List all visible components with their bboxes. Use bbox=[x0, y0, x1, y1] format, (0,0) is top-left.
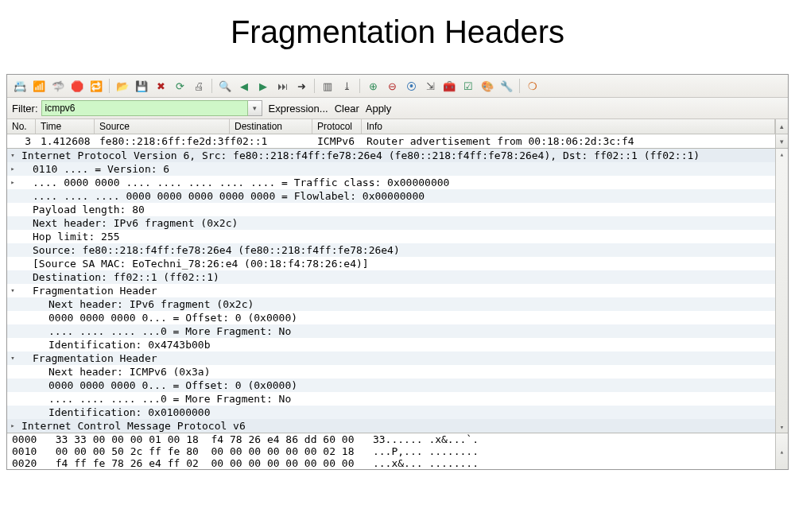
tree-toggle-icon[interactable]: ▾ bbox=[9, 151, 17, 159]
col-header-source[interactable]: Source bbox=[95, 119, 230, 134]
help-icon[interactable]: ❍ bbox=[525, 78, 541, 94]
scroll-up-icon[interactable]: ▴ bbox=[780, 150, 784, 158]
detail-line[interactable]: Hop limit: 255 bbox=[7, 230, 775, 243]
detail-line[interactable]: 0000 0000 0000 0... = Offset: 0 (0x0000) bbox=[7, 311, 775, 324]
detail-line[interactable]: .... .... .... ...0 = More Fragment: No bbox=[7, 324, 775, 338]
filter-expression-button[interactable]: Expression... bbox=[269, 103, 328, 115]
resize-cols-icon[interactable]: ⇲ bbox=[422, 78, 438, 94]
detail-line[interactable]: ▸Internet Control Message Protocol v6 bbox=[7, 419, 775, 433]
detail-text: .... .... .... ...0 = More Fragment: No bbox=[48, 325, 291, 337]
detail-line[interactable]: ▸0110 .... = Version: 6 bbox=[7, 162, 775, 176]
detail-line[interactable]: [Source SA MAC: EoTechni_78:26:e4 (00:18… bbox=[7, 257, 775, 270]
filter-bar: Filter: ▾ Expression... Clear Apply bbox=[7, 98, 788, 119]
packet-row[interactable]: 3 1.412608 fe80::218:6ff:fe2d:3ff02::1 I… bbox=[7, 134, 775, 148]
save-file-icon[interactable]: 💾 bbox=[134, 78, 149, 94]
packet-details-pane: ▾Internet Protocol Version 6, Src: fe80:… bbox=[7, 149, 788, 433]
reload-icon[interactable]: ⟳ bbox=[172, 78, 188, 94]
col-header-destination[interactable]: Destination bbox=[230, 119, 312, 134]
col-header-time[interactable]: Time bbox=[36, 119, 95, 134]
go-back-icon[interactable]: ◀ bbox=[236, 78, 252, 94]
detail-text: [Source SA MAC: EoTechni_78:26:e4 (00:18… bbox=[33, 258, 369, 270]
detail-line[interactable]: ▾Internet Protocol Version 6, Src: fe80:… bbox=[7, 149, 775, 162]
hex-line[interactable]: 0010 00 00 00 50 2c ff fe 80 00 00 00 00… bbox=[7, 445, 775, 457]
toolbar-separator bbox=[211, 79, 212, 93]
detail-text: 0000 0000 0000 0... = Offset: 0 (0x0000) bbox=[48, 379, 297, 391]
packet-bytes-pane: 0000 33 33 00 00 00 01 00 18 f4 78 26 e4… bbox=[7, 433, 788, 469]
detail-text: Source: fe80::218:f4ff:fe78:26e4 (fe80::… bbox=[33, 244, 400, 256]
detail-line[interactable]: ▸.... 0000 0000 .... .... .... .... ....… bbox=[7, 176, 775, 189]
detail-text: .... .... .... ...0 = More Fragment: No bbox=[48, 393, 291, 405]
prefs-icon[interactable]: 🔧 bbox=[498, 78, 514, 94]
go-last-icon[interactable]: ⏭ bbox=[274, 78, 290, 94]
colorize-icon[interactable]: ▥ bbox=[320, 78, 335, 94]
detail-line[interactable]: Source: fe80::218:f4ff:fe78:26e4 (fe80::… bbox=[7, 243, 775, 257]
zoom-in-icon[interactable]: ⊕ bbox=[365, 78, 381, 94]
col-header-info[interactable]: Info bbox=[362, 119, 775, 134]
cell-info: Router advertisement from 00:18:06:2d:3c… bbox=[362, 135, 775, 147]
zoom-out-icon[interactable]: ⊖ bbox=[384, 78, 400, 94]
details-scrollbar[interactable]: ▴ ▾ bbox=[775, 149, 788, 433]
zoom-reset-icon[interactable]: ⦿ bbox=[403, 78, 419, 94]
restart-capture-icon[interactable]: 🔁 bbox=[88, 78, 104, 94]
packet-list-scroll-down[interactable]: ▾ bbox=[775, 134, 788, 148]
hex-line[interactable]: 0020 f4 ff fe 78 26 e4 ff 02 00 00 00 00… bbox=[7, 457, 775, 469]
detail-text: Payload length: 80 bbox=[33, 204, 145, 216]
start-capture-icon[interactable]: 🦈 bbox=[50, 78, 66, 94]
filter-label: Filter: bbox=[12, 103, 38, 115]
display-filters-icon[interactable]: ☑ bbox=[460, 78, 476, 94]
tree-toggle-icon[interactable]: ▸ bbox=[9, 178, 17, 186]
detail-text: Next header: ICMPv6 (0x3a) bbox=[48, 366, 211, 378]
detail-text: Next header: IPv6 fragment (0x2c) bbox=[33, 217, 238, 229]
detail-line[interactable]: Identification: 0x01000000 bbox=[7, 406, 775, 419]
filter-apply-button[interactable]: Apply bbox=[366, 103, 392, 115]
tree-toggle-icon[interactable]: ▾ bbox=[9, 286, 17, 294]
detail-text: Fragmentation Header bbox=[33, 352, 157, 364]
go-to-icon[interactable]: ➜ bbox=[293, 78, 309, 94]
toolbar-separator bbox=[109, 79, 110, 93]
adapter-options-icon[interactable]: 📶 bbox=[31, 78, 47, 94]
filter-clear-button[interactable]: Clear bbox=[335, 103, 359, 115]
adapter-list-icon[interactable]: 📇 bbox=[12, 78, 28, 94]
detail-line[interactable]: .... .... .... ...0 = More Fragment: No bbox=[7, 392, 775, 406]
packet-list-scroll-up[interactable]: ▴ bbox=[775, 119, 788, 134]
cell-destination bbox=[230, 135, 312, 147]
packet-list-body: 3 1.412608 fe80::218:6ff:fe2d:3ff02::1 I… bbox=[7, 134, 788, 149]
close-file-icon[interactable]: ✖ bbox=[153, 78, 169, 94]
col-header-no[interactable]: No. bbox=[7, 119, 36, 134]
detail-line[interactable]: Identification: 0x4743b00b bbox=[7, 338, 775, 351]
col-header-protocol[interactable]: Protocol bbox=[312, 119, 362, 134]
detail-line[interactable]: ▾Fragmentation Header bbox=[7, 284, 775, 297]
print-icon[interactable]: 🖨 bbox=[191, 78, 207, 94]
auto-scroll-icon[interactable]: ⤓ bbox=[339, 78, 355, 94]
open-file-icon[interactable]: 📂 bbox=[114, 78, 130, 94]
filter-input[interactable] bbox=[41, 100, 248, 116]
detail-text: .... 0000 0000 .... .... .... .... .... … bbox=[33, 177, 449, 188]
capture-filters-icon[interactable]: 🧰 bbox=[441, 78, 457, 94]
detail-line[interactable]: Next header: IPv6 fragment (0x2c) bbox=[7, 216, 775, 230]
detail-line[interactable]: Next header: IPv6 fragment (0x2c) bbox=[7, 297, 775, 311]
detail-line[interactable]: Destination: ff02::1 (ff02::1) bbox=[7, 270, 775, 284]
detail-text: Internet Control Message Protocol v6 bbox=[21, 420, 246, 432]
detail-text: Identification: 0x4743b00b bbox=[48, 339, 211, 351]
go-forward-icon[interactable]: ▶ bbox=[255, 78, 271, 94]
tree-toggle-icon[interactable]: ▸ bbox=[9, 421, 17, 429]
detail-line[interactable]: Next header: ICMPv6 (0x3a) bbox=[7, 365, 775, 379]
detail-line[interactable]: 0000 0000 0000 0... = Offset: 0 (0x0000) bbox=[7, 379, 775, 392]
scroll-down-icon[interactable]: ▾ bbox=[780, 423, 784, 431]
filter-dropdown-button[interactable]: ▾ bbox=[248, 100, 262, 116]
detail-line[interactable]: .... .... .... 0000 0000 0000 0000 0000 … bbox=[7, 189, 775, 203]
hex-scrollbar[interactable]: ▴ bbox=[775, 433, 788, 469]
coloring-rules-icon[interactable]: 🎨 bbox=[479, 78, 495, 94]
find-icon[interactable]: 🔍 bbox=[217, 78, 233, 94]
tree-toggle-icon[interactable]: ▾ bbox=[9, 354, 17, 362]
tree-toggle-icon[interactable]: ▸ bbox=[9, 165, 17, 173]
main-toolbar: 📇📶🦈🛑🔁📂💾✖⟳🖨🔍◀▶⏭➜▥⤓⊕⊖⦿⇲🧰☑🎨🔧❍ bbox=[7, 75, 788, 98]
stop-capture-icon[interactable]: 🛑 bbox=[69, 78, 85, 94]
detail-line[interactable]: Payload length: 80 bbox=[7, 203, 775, 216]
detail-line[interactable]: ▾Fragmentation Header bbox=[7, 351, 775, 365]
wireshark-window: 📇📶🦈🛑🔁📂💾✖⟳🖨🔍◀▶⏭➜▥⤓⊕⊖⦿⇲🧰☑🎨🔧❍ Filter: ▾ Exp… bbox=[6, 74, 789, 470]
detail-text: 0110 .... = Version: 6 bbox=[33, 163, 169, 175]
hex-line[interactable]: 0000 33 33 00 00 00 01 00 18 f4 78 26 e4… bbox=[7, 433, 775, 445]
cell-time: 1.412608 bbox=[36, 135, 95, 147]
toolbar-separator bbox=[359, 79, 360, 93]
